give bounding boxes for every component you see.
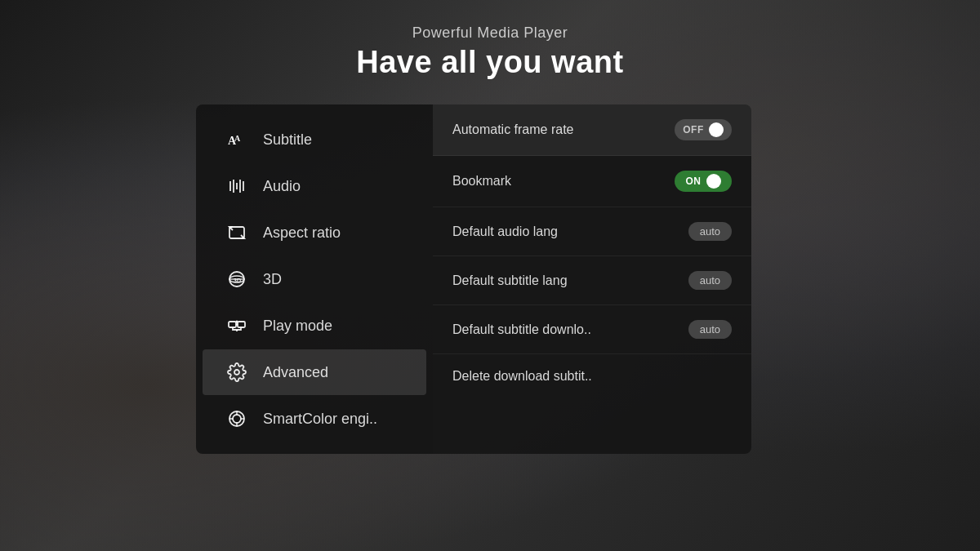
default-subtitle-lang-label: Default subtitle lang: [452, 273, 568, 288]
panels-container: A A Subtitle Audio: [196, 104, 784, 454]
sidebar-item-advanced[interactable]: Advanced: [203, 349, 426, 395]
bookmark-label: Bookmark: [452, 174, 511, 189]
auto-frame-rate-label: Automatic frame rate: [452, 122, 574, 137]
play-mode-icon: [225, 314, 248, 337]
setting-row-default-subtitle-download: Default subtitle downlo.. auto: [433, 305, 751, 354]
svg-rect-12: [229, 322, 236, 327]
sidebar-label-audio: Audio: [263, 178, 301, 195]
bookmark-toggle[interactable]: ON: [675, 171, 732, 192]
aspect-ratio-icon: [225, 221, 248, 244]
audio-icon: [225, 175, 248, 198]
sidebar-item-aspect-ratio[interactable]: Aspect ratio: [203, 210, 426, 256]
default-audio-lang-badge[interactable]: auto: [688, 222, 732, 241]
sidebar-item-audio[interactable]: Audio: [203, 163, 426, 209]
sidebar-item-smartcolor[interactable]: SmartColor engi..: [203, 396, 426, 442]
sidebar-item-3d[interactable]: 3D 3D: [203, 256, 426, 302]
svg-point-14: [236, 321, 238, 323]
sidebar-label-subtitle: Subtitle: [263, 131, 312, 149]
default-subtitle-lang-badge[interactable]: auto: [688, 271, 732, 290]
gear-icon: [225, 361, 248, 384]
auto-frame-rate-toggle[interactable]: OFF: [675, 119, 732, 140]
setting-row-delete-download-subtitle[interactable]: Delete download subtit..: [433, 354, 751, 398]
subtitle-icon: A A: [225, 128, 248, 151]
header-subtitle: Powerful Media Player: [0, 24, 980, 42]
toggle-thumb-off: [709, 122, 724, 137]
sidebar-item-subtitle[interactable]: A A Subtitle: [203, 117, 426, 162]
svg-text:A: A: [234, 134, 241, 143]
setting-row-default-subtitle-lang: Default subtitle lang auto: [433, 256, 751, 305]
default-subtitle-download-label: Default subtitle downlo..: [452, 322, 591, 337]
header-title: Have all you want: [0, 45, 980, 80]
toggle-off-label: OFF: [683, 124, 704, 136]
left-panel: A A Subtitle Audio: [196, 104, 433, 454]
setting-row-default-audio-lang: Default audio lang auto: [433, 207, 751, 256]
sidebar-label-3d: 3D: [263, 271, 282, 288]
svg-text:3D: 3D: [234, 278, 241, 283]
header: Powerful Media Player Have all you want: [0, 0, 980, 80]
setting-row-auto-frame-rate: Automatic frame rate OFF: [433, 104, 751, 156]
toggle-thumb-on: [706, 174, 721, 189]
default-audio-lang-label: Default audio lang: [452, 224, 558, 239]
sidebar-label-aspect-ratio: Aspect ratio: [263, 224, 341, 242]
toggle-on-label: ON: [686, 176, 702, 187]
sidebar-label-smartcolor: SmartColor engi..: [263, 411, 377, 428]
right-panel: Automatic frame rate OFF Bookmark ON Def…: [433, 104, 751, 454]
smartcolor-icon: [225, 407, 248, 430]
svg-rect-13: [238, 322, 245, 327]
sidebar-label-advanced: Advanced: [263, 364, 328, 381]
sidebar-item-play-mode[interactable]: Play mode: [203, 303, 426, 349]
setting-row-bookmark: Bookmark ON: [433, 156, 751, 207]
default-subtitle-download-badge[interactable]: auto: [688, 320, 732, 339]
sidebar-label-play-mode: Play mode: [263, 318, 332, 335]
delete-download-subtitle-label: Delete download subtit..: [452, 369, 592, 384]
svg-point-15: [234, 370, 239, 375]
3d-icon: 3D: [225, 268, 248, 291]
svg-point-17: [233, 415, 241, 423]
